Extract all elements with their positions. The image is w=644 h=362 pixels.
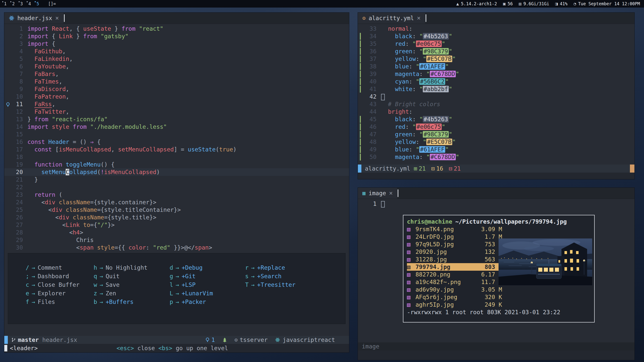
whichkey-item[interactable]: ;→Dashboard: [26, 272, 94, 280]
code-line[interactable]: 21 }: [4, 176, 349, 183]
code-line[interactable]: 43 # Bright colors: [358, 100, 634, 108]
tab-headerjsx[interactable]: header.jsx ×: [4, 13, 63, 24]
code-line[interactable]: 26 <div className={style.title}>: [4, 214, 349, 221]
code-line[interactable]: ▎34 black: "#4b5263": [358, 32, 634, 40]
tab-image[interactable]: ▦ image ×: [358, 188, 397, 199]
whichkey-item[interactable]: q→Quit: [94, 272, 170, 280]
code-line[interactable]: ▎40 cyan: "#56B6C2": [358, 78, 634, 85]
code-line[interactable]: 30 <span style={{ color: "red" }}>@</spa…: [4, 244, 349, 251]
command-line[interactable]: [358, 173, 634, 179]
tab-alacritty[interactable]: ⚙ alacritty.yml ×: [358, 13, 425, 24]
code-area[interactable]: 33 normal:▎34 black: "#4b5263"▎35 red: "…: [358, 24, 634, 165]
file-row[interactable]: ▧31228.jpg563 K: [407, 256, 502, 263]
code-line[interactable]: ▎46 red: "#e06c75": [358, 123, 634, 131]
code-line[interactable]: ▎39 magenta: "#C678DD": [358, 70, 634, 78]
code-line[interactable]: 1import React, { useState } from "react": [4, 25, 349, 32]
file-row[interactable]: ▧20920.jpg132 K: [407, 248, 502, 256]
whichkey-item[interactable]: p→+Packer: [170, 298, 245, 306]
whichkey-item[interactable]: w→Save: [94, 280, 170, 289]
whichkey-item[interactable]: z→Zen: [94, 289, 170, 298]
code-line[interactable]: 4 FaGithub,: [4, 48, 349, 55]
code-line[interactable]: ▎47 green: "#98C379": [358, 131, 634, 138]
code-line[interactable]: 27 <Link to={"/"}>: [4, 221, 349, 229]
file-row[interactable]: ▧9rsmTK4.png3.09 M: [407, 225, 502, 233]
code-line[interactable]: 14import style from "./header.module.les…: [4, 123, 349, 131]
code-area[interactable]: 1import React, { useState } from "react"…: [4, 24, 349, 336]
code-line[interactable]: 2import { Link } from "gatsby": [4, 32, 349, 40]
whichkey-item[interactable]: g→+Git: [170, 272, 245, 280]
code-line[interactable]: 29 Chris: [4, 236, 349, 244]
code-line[interactable]: 5 FaLinkedin,: [4, 55, 349, 63]
code-line[interactable]: ▎37 yellow: "#E5C07B": [358, 55, 634, 63]
code-line[interactable]: ▎38 blue: "#61AFEF": [358, 63, 634, 70]
code-line[interactable]: 33 normal:: [358, 25, 634, 32]
whichkey-item[interactable]: h→No Highlight: [94, 263, 170, 272]
diagnostics-segment[interactable]: 1: [206, 337, 215, 343]
whichkey-key: s: [245, 272, 249, 280]
command-line[interactable]: <leader> <esc> close <bs> go up one leve…: [4, 344, 349, 352]
code-line[interactable]: 11 FaRss,: [4, 100, 349, 108]
code-line[interactable]: 25 <div className={style.titleContainer}…: [4, 206, 349, 214]
git-branch-segment[interactable]: master: [11, 337, 39, 343]
lf-file-manager[interactable]: chris@machine ~/Pictures/wallpapers/7997…: [403, 215, 595, 323]
file-row[interactable]: ▧97q9L5D.jpg753 K: [407, 240, 502, 248]
file-row[interactable]: ▧aghr5Ip.jpg249 K: [407, 301, 502, 308]
file-row[interactable]: ▧AFq5r6j.jpeg320 K: [407, 293, 502, 301]
workspace-tag-3[interactable]: 3: [20, 1, 23, 6]
workspace-tag-5[interactable]: 5: [36, 1, 39, 6]
whichkey-item[interactable]: d→+Debug: [170, 263, 245, 272]
code-line[interactable]: 17 const [isMenuCollapsed, setMenuCollap…: [4, 146, 349, 153]
code-line[interactable]: 6 FaYoutube,: [4, 63, 349, 70]
code-line[interactable]: 16const Header = () ⇒ {: [4, 138, 349, 146]
terminal-area[interactable]: 1 chris@machine ~/Pictures/wallpapers/79…: [358, 199, 634, 342]
code-line[interactable]: 9 FaDiscord,: [4, 85, 349, 93]
code-line[interactable]: ▎49 blue: "#61AFEF": [358, 146, 634, 153]
code-line[interactable]: 15: [4, 131, 349, 138]
code-line[interactable]: 23 return (: [4, 191, 349, 198]
code-line[interactable]: 42: [358, 93, 634, 100]
whichkey-item[interactable]: L→+LunarVim: [170, 289, 245, 298]
whichkey-item[interactable]: s→+Search: [245, 272, 282, 280]
code-line[interactable]: 18: [4, 153, 349, 161]
code-line[interactable]: 13} from "react-icons/fa": [4, 115, 349, 123]
code-line[interactable]: ▎41 white: "#abb2bf": [358, 85, 634, 93]
code-line[interactable]: 22: [4, 183, 349, 191]
scroll-indicator[interactable]: [630, 165, 634, 173]
file-row[interactable]: ▧a19c482f~.png11.7 M: [407, 278, 502, 286]
workspace-tag-2[interactable]: 2: [12, 1, 15, 6]
code-line[interactable]: ▎50 magenta: "#C678DD": [358, 153, 634, 161]
code-line[interactable]: 7 FaBars,: [4, 70, 349, 78]
whichkey-item[interactable]: /→Comment: [26, 263, 94, 272]
close-icon[interactable]: ×: [389, 190, 393, 197]
whichkey-item[interactable]: f→Files: [26, 298, 94, 306]
whichkey-item[interactable]: e→Explorer: [26, 289, 94, 298]
code-line[interactable]: 24 <div className={style.container}>: [4, 198, 349, 206]
workspace-tag-4[interactable]: 4: [28, 1, 31, 6]
close-icon[interactable]: ×: [55, 15, 59, 22]
code-line[interactable]: 10 FaPatreon,: [4, 93, 349, 100]
workspace-tag-1[interactable]: 1: [4, 1, 7, 6]
code-line[interactable]: ▎45 black: "#4b5263": [358, 115, 634, 123]
whichkey-item[interactable]: r→+Replace: [245, 263, 285, 272]
code-line[interactable]: 19 function toggleMenu() {: [4, 161, 349, 168]
layout-symbol[interactable]: []=: [48, 1, 56, 6]
code-line[interactable]: 28 <h4>: [4, 229, 349, 236]
command-line[interactable]: [358, 350, 634, 360]
code-line[interactable]: 20 setMenuCollapsed(!isMenuCollapsed): [4, 168, 349, 176]
whichkey-item[interactable]: c→Close Buffer: [26, 280, 94, 289]
close-icon[interactable]: ×: [417, 15, 421, 22]
file-row[interactable]: ▧799794.jpg803 K: [407, 263, 502, 271]
file-row[interactable]: ▧24LrDFQ.jpg1.7 M: [407, 233, 502, 240]
file-row[interactable]: ▧ad6v90y.jpg3.05 M: [407, 286, 502, 293]
code-line[interactable]: 12 FaTwitter,: [4, 108, 349, 115]
code-line[interactable]: ▎35 red: "#e06c75": [358, 40, 634, 48]
code-line[interactable]: 44 bright:: [358, 108, 634, 115]
whichkey-item[interactable]: T→+Treesitter: [245, 280, 295, 289]
code-line[interactable]: 8 FaTimes,: [4, 78, 349, 85]
whichkey-item[interactable]: b→+Buffers: [94, 298, 170, 306]
file-row[interactable]: ▧882720.png6.17 M: [407, 271, 502, 278]
whichkey-item[interactable]: l→+LSP: [170, 280, 245, 289]
code-line[interactable]: ▎48 yellow: "#E5C07B": [358, 138, 634, 146]
code-line[interactable]: 3import {: [4, 40, 349, 48]
code-line[interactable]: ▎36 green: "#98C379": [358, 48, 634, 55]
